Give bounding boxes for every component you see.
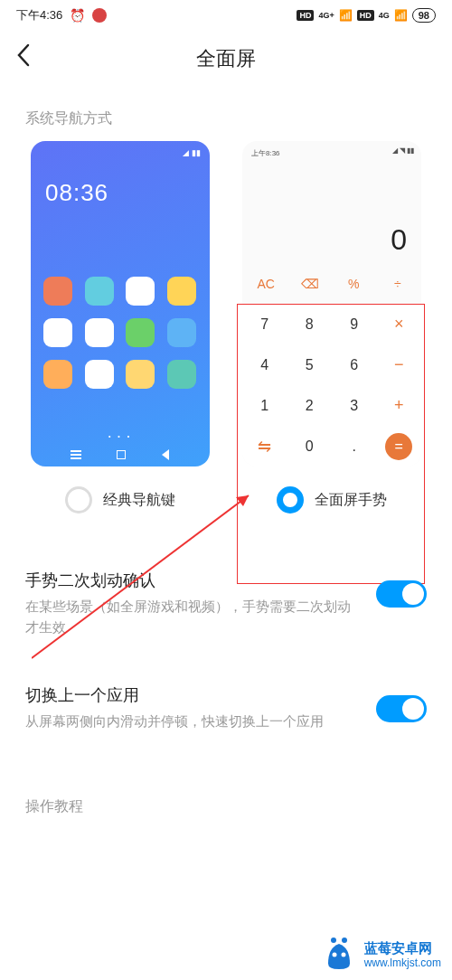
setting-switch-app[interactable]: 切换上一个应用 从屏幕两侧向内滑动并停顿，快速切换上一个应用 bbox=[25, 661, 427, 756]
watermark-title: 蓝莓安卓网 bbox=[364, 940, 441, 956]
svg-point-5 bbox=[341, 953, 345, 957]
radio-classic[interactable] bbox=[65, 486, 92, 514]
header-title: 全面屏 bbox=[0, 45, 452, 72]
calc-key: . bbox=[332, 438, 377, 455]
calc-key: ⇋ bbox=[242, 437, 287, 457]
calc-key: 7 bbox=[242, 316, 287, 333]
preview-app-icon bbox=[167, 360, 196, 389]
watermark-url: www.lmkjst.com bbox=[364, 956, 441, 969]
preview-calc-time: 上午8:36 bbox=[251, 148, 280, 158]
calc-key: 0 bbox=[287, 438, 333, 455]
preview-app-icon bbox=[126, 360, 155, 389]
preview-app-icon bbox=[167, 318, 196, 347]
calc-op-key: ⌫ bbox=[288, 277, 333, 291]
preview-app-grid bbox=[43, 277, 197, 389]
calc-key: 8 bbox=[287, 316, 333, 333]
nav-mode-choices: ◢ ▮▮ 08:36 • • • 经典导航键 上午8:36 ◢ ◥ ▮▮ 0 A… bbox=[0, 141, 452, 514]
preview-app-icon bbox=[85, 277, 114, 306]
preview-navbar bbox=[31, 448, 210, 459]
svg-point-2 bbox=[331, 938, 336, 943]
status-right: HD 4G+ 📶 HD 4G 📶 98 bbox=[297, 8, 436, 23]
preview-nav-home-icon bbox=[115, 448, 126, 459]
calc-top-ops: AC⌫%÷ bbox=[242, 271, 421, 300]
radio-gesture[interactable] bbox=[277, 486, 304, 514]
preview-app-icon bbox=[126, 318, 155, 347]
setting-title: 切换上一个应用 bbox=[25, 684, 360, 706]
calc-key: = bbox=[377, 433, 422, 460]
hd2-icon: HD bbox=[357, 10, 374, 21]
setting-text: 切换上一个应用 从屏幕两侧向内滑动并停顿，快速切换上一个应用 bbox=[25, 684, 360, 732]
header: 全面屏 bbox=[0, 31, 452, 82]
radio-label-classic: 经典导航键 bbox=[103, 491, 175, 510]
choice-gesture[interactable]: 上午8:36 ◢ ◥ ▮▮ 0 AC⌫%÷ 789×456−123+⇋0.= 全… bbox=[237, 141, 427, 514]
preview-classic: ◢ ▮▮ 08:36 • • • bbox=[31, 141, 210, 466]
hd1-icon: HD bbox=[297, 10, 314, 21]
preview-status-icons: ◢ ▮▮ bbox=[183, 148, 201, 157]
calc-key: 3 bbox=[332, 398, 377, 414]
calc-key: 1 bbox=[242, 398, 287, 414]
battery-level: 98 bbox=[412, 8, 436, 23]
status-time: 下午4:36 bbox=[16, 7, 62, 24]
radio-row-gesture[interactable]: 全面屏手势 bbox=[277, 486, 387, 514]
preview-home-time: 08:36 bbox=[45, 179, 108, 207]
calc-key: 4 bbox=[242, 357, 287, 373]
calc-key: 9 bbox=[332, 316, 377, 333]
sim1-4g-icon: 4G+ bbox=[318, 11, 334, 20]
preview-app-icon bbox=[85, 318, 114, 347]
preview-app-icon bbox=[43, 360, 72, 389]
setting-text: 手势二次划动确认 在某些场景（如全屏游戏和视频），手势需要二次划动才生效 bbox=[25, 570, 360, 637]
setting-desc: 在某些场景（如全屏游戏和视频），手势需要二次划动才生效 bbox=[25, 597, 360, 637]
signal1-icon: 📶 bbox=[339, 9, 353, 22]
switch-gesture-confirm[interactable] bbox=[376, 580, 427, 608]
switch-switch-app[interactable] bbox=[376, 695, 427, 722]
preview-page-dots: • • • bbox=[31, 433, 210, 439]
radio-label-gesture: 全面屏手势 bbox=[315, 491, 387, 510]
svg-point-3 bbox=[342, 938, 347, 943]
status-left: 下午4:36 ⏰ bbox=[16, 7, 107, 24]
preview-app-icon bbox=[43, 318, 72, 347]
setting-desc: 从屏幕两侧向内滑动并停顿，快速切换上一个应用 bbox=[25, 711, 360, 732]
preview-app-icon bbox=[85, 360, 114, 389]
setting-title: 手势二次划动确认 bbox=[25, 570, 360, 591]
calc-op-key: AC bbox=[244, 277, 288, 291]
calc-key: + bbox=[377, 396, 422, 415]
calc-keypad: 789×456−123+⇋0.= bbox=[242, 304, 421, 466]
svg-point-4 bbox=[332, 953, 336, 957]
section-label: 系统导航方式 bbox=[0, 82, 452, 141]
watermark-logo-icon bbox=[321, 937, 357, 973]
signal2-icon: 📶 bbox=[394, 9, 408, 22]
setting-gesture-confirm[interactable]: 手势二次划动确认 在某些场景（如全屏游戏和视频），手势需要二次划动才生效 bbox=[25, 546, 427, 661]
preview-app-icon bbox=[43, 277, 72, 306]
preview-gesture: 上午8:36 ◢ ◥ ▮▮ 0 AC⌫%÷ 789×456−123+⇋0.= bbox=[242, 141, 421, 466]
calc-key: × bbox=[377, 315, 422, 334]
calc-key: 6 bbox=[332, 357, 377, 373]
preview-nav-menu-icon bbox=[71, 448, 81, 459]
choice-classic[interactable]: ◢ ▮▮ 08:36 • • • 经典导航键 bbox=[25, 141, 215, 514]
settings-list: 手势二次划动确认 在某些场景（如全屏游戏和视频），手势需要二次划动才生效 切换上… bbox=[0, 514, 452, 756]
radio-row-classic[interactable]: 经典导航键 bbox=[65, 486, 175, 514]
tutorial-section-label: 操作教程 bbox=[0, 756, 452, 816]
calc-op-key: % bbox=[332, 277, 376, 291]
status-bar: 下午4:36 ⏰ HD 4G+ 📶 HD 4G 📶 98 bbox=[0, 0, 452, 31]
preview-app-icon bbox=[167, 277, 196, 306]
calc-key: 2 bbox=[287, 398, 333, 414]
preview-calc-status-icons: ◢ ◥ ▮▮ bbox=[392, 146, 414, 155]
calc-key: − bbox=[377, 355, 422, 374]
calc-op-key: ÷ bbox=[376, 277, 420, 291]
watermark-text: 蓝莓安卓网 www.lmkjst.com bbox=[364, 940, 441, 969]
sim2-4g-icon: 4G bbox=[379, 11, 390, 20]
watermark: 蓝莓安卓网 www.lmkjst.com bbox=[321, 937, 441, 973]
preview-app-icon bbox=[126, 277, 155, 306]
notification-dot-icon bbox=[92, 8, 107, 23]
calc-key: 5 bbox=[287, 357, 333, 373]
alarm-icon: ⏰ bbox=[70, 8, 85, 23]
preview-nav-back-icon bbox=[159, 448, 170, 459]
calc-display: 0 bbox=[242, 165, 421, 269]
